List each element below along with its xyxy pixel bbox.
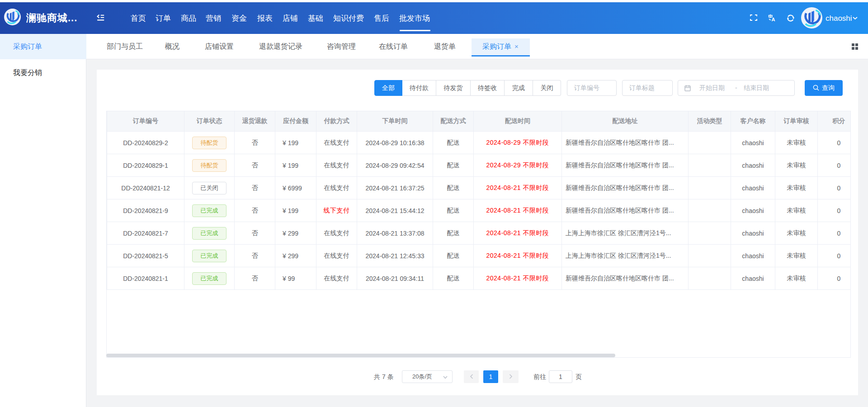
svg-text:A: A [772, 17, 775, 22]
